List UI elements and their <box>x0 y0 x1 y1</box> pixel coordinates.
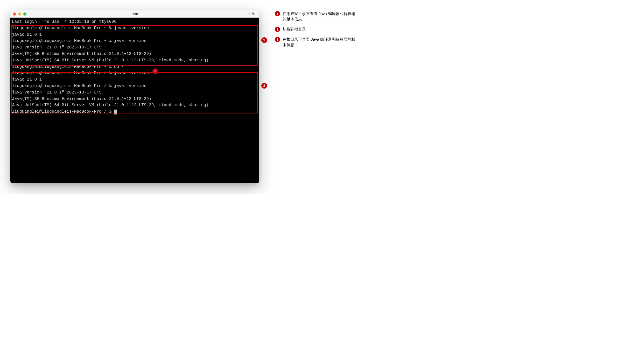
cursor-icon <box>114 110 117 114</box>
terminal-line: liuguanglei@liuguangleis-MacBook-Pro ~ %… <box>12 25 258 32</box>
terminal-prompt: liuguanglei@liuguangleis-MacBook-Pro / % <box>12 109 114 114</box>
annotation-badge: 1 <box>275 11 280 16</box>
terminal-line: Java HotSpot(TM) 64-Bit Server VM (build… <box>12 57 258 64</box>
terminal-line: java version "21.0.1" 2023-10-17 LTS <box>12 44 258 51</box>
annotation-badge: 2 <box>275 27 280 32</box>
close-icon[interactable] <box>13 12 16 16</box>
terminal-line: liuguanglei@liuguangleis-MacBook-Pro / %… <box>12 70 258 76</box>
annotation-text: 在根目录下查看 Java 编译器和解释器的版本信息 <box>283 37 358 47</box>
terminal-line: Java(TM) SE Runtime Environment (build 2… <box>12 51 258 57</box>
terminal-window-wrapper: -zsh ⌥⌘1 Last login: Thu Jan 4 12:35:16 … <box>10 10 259 183</box>
callout-badge-3: 3 <box>261 83 267 89</box>
terminal-line: liuguanglei@liuguangleis-MacBook-Pro ~ %… <box>12 38 258 44</box>
annotation-badge: 3 <box>275 37 280 42</box>
annotation-item: 2 切换到根目录 <box>275 26 358 32</box>
maximize-icon[interactable] <box>23 12 26 16</box>
terminal-window: -zsh ⌥⌘1 Last login: Thu Jan 4 12:35:16 … <box>10 10 259 183</box>
window-title: -zsh <box>131 12 138 16</box>
terminal-line: javac 21.0.1 <box>12 76 258 83</box>
minimize-icon[interactable] <box>18 12 21 16</box>
annotation-text: 切换到根目录 <box>283 26 306 32</box>
traffic-lights <box>13 12 26 16</box>
terminal-body[interactable]: Last login: Thu Jan 4 12:35:16 on ttys00… <box>10 18 259 183</box>
terminal-line: Java HotSpot(TM) 64-Bit Server VM (build… <box>12 102 258 109</box>
terminal-line: liuguanglei@liuguangleis-MacBook-Pro / %… <box>12 83 258 89</box>
terminal-prompt-line: liuguanglei@liuguangleis-MacBook-Pro / % <box>12 109 258 115</box>
annotation-item: 1 在用户家目录下查看 Java 编译器和解释器的版本信息 <box>275 11 358 22</box>
terminal-line: Java(TM) SE Runtime Environment (build 2… <box>12 96 258 102</box>
callout-badge-1: 1 <box>261 37 267 43</box>
terminal-line: javac 21.0.1 <box>12 32 258 38</box>
terminal-line: Last login: Thu Jan 4 12:35:16 on ttys00… <box>12 19 258 25</box>
terminal-line: liuguanglei@liuguangleis-MacBook-Pro ~ %… <box>12 64 258 70</box>
shortcut-hint: ⌥⌘1 <box>248 12 257 16</box>
annotation-list: 1 在用户家目录下查看 Java 编译器和解释器的版本信息 2 切换到根目录 3… <box>275 10 358 47</box>
titlebar: -zsh ⌥⌘1 <box>10 10 259 18</box>
annotation-item: 3 在根目录下查看 Java 编译器和解释器的版本信息 <box>275 37 358 47</box>
annotation-text: 在用户家目录下查看 Java 编译器和解释器的版本信息 <box>283 11 358 22</box>
terminal-line: java version "21.0.1" 2023-10-17 LTS <box>12 89 258 96</box>
